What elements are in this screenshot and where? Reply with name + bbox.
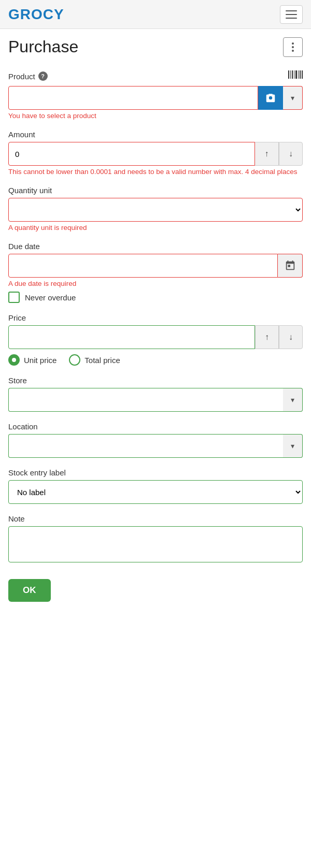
price-type-radio-group: Unit price Total price bbox=[8, 354, 303, 366]
quantity-unit-error-text: A quantity unit is required bbox=[8, 224, 303, 232]
svg-rect-1 bbox=[290, 70, 291, 79]
price-input-row: ↑ ↓ bbox=[8, 325, 303, 349]
product-input[interactable] bbox=[8, 86, 258, 110]
hamburger-line-3 bbox=[286, 18, 297, 19]
location-label: Location bbox=[8, 422, 303, 431]
store-input-row: ▾ bbox=[8, 388, 303, 412]
product-field-group: Product ? bbox=[8, 69, 303, 120]
price-decrease-button[interactable]: ↓ bbox=[279, 325, 303, 349]
camera-button[interactable] bbox=[258, 86, 283, 110]
calendar-button[interactable] bbox=[278, 254, 303, 278]
due-date-label-text: Due date bbox=[8, 242, 40, 251]
amount-increase-button[interactable]: ↑ bbox=[255, 142, 279, 166]
unit-price-radio[interactable]: Unit price bbox=[8, 354, 56, 366]
note-label: Note bbox=[8, 514, 303, 523]
barcode-icon[interactable] bbox=[288, 69, 303, 83]
chevron-down-icon: ▾ bbox=[291, 94, 294, 102]
store-label-text: Store bbox=[8, 376, 27, 385]
kebab-menu-button[interactable] bbox=[283, 37, 303, 57]
due-date-error-text: A due date is required bbox=[8, 280, 303, 287]
amount-field-group: Amount ↑ ↓ This cannot be lower than 0.0… bbox=[8, 130, 303, 176]
amount-decrease-button[interactable]: ↓ bbox=[279, 142, 303, 166]
stock-entry-label-label: Stock entry label bbox=[8, 468, 303, 477]
svg-rect-7 bbox=[302, 70, 303, 79]
amount-input[interactable] bbox=[8, 142, 255, 166]
arrow-up-icon: ↑ bbox=[265, 332, 269, 342]
page-title: Purchase bbox=[8, 37, 78, 56]
location-field-group: Location ▾ bbox=[8, 422, 303, 458]
svg-rect-4 bbox=[295, 70, 297, 79]
due-date-input-row bbox=[8, 254, 303, 278]
due-date-input[interactable] bbox=[8, 254, 278, 278]
arrow-down-icon: ↓ bbox=[289, 149, 293, 158]
amount-input-row: ↑ ↓ bbox=[8, 142, 303, 166]
never-overdue-checkbox[interactable] bbox=[8, 292, 20, 303]
total-price-radio[interactable]: Total price bbox=[69, 354, 120, 366]
note-label-text: Note bbox=[8, 514, 25, 523]
kebab-dot-2 bbox=[292, 46, 294, 48]
amount-label: Amount bbox=[8, 130, 303, 139]
price-field-group: Price ↑ ↓ Unit price Total price bbox=[8, 313, 303, 366]
unit-price-label: Unit price bbox=[24, 356, 56, 365]
never-overdue-row: Never overdue bbox=[8, 292, 303, 303]
quantity-unit-label-text: Quantity unit bbox=[8, 186, 52, 195]
stock-entry-label-text: Stock entry label bbox=[8, 468, 66, 477]
svg-rect-5 bbox=[298, 70, 299, 79]
svg-rect-3 bbox=[294, 70, 294, 79]
arrow-down-icon: ↓ bbox=[289, 332, 293, 342]
hamburger-line-2 bbox=[286, 14, 297, 15]
store-input[interactable] bbox=[8, 388, 283, 412]
svg-rect-6 bbox=[300, 70, 301, 79]
product-error-text: You have to select a product bbox=[8, 112, 303, 120]
location-dropdown-button[interactable]: ▾ bbox=[283, 434, 303, 458]
arrow-up-icon: ↑ bbox=[265, 149, 269, 158]
ok-button[interactable]: OK bbox=[8, 579, 51, 602]
due-date-label: Due date bbox=[8, 242, 303, 251]
store-dropdown-button[interactable]: ▾ bbox=[283, 388, 303, 412]
store-field-group: Store ▾ bbox=[8, 376, 303, 412]
svg-rect-0 bbox=[288, 70, 289, 79]
never-overdue-label: Never overdue bbox=[25, 293, 76, 302]
product-help-icon[interactable]: ? bbox=[38, 71, 48, 81]
total-price-label: Total price bbox=[84, 356, 120, 365]
kebab-dot-3 bbox=[292, 50, 294, 52]
note-field-group: Note bbox=[8, 514, 303, 565]
price-input[interactable] bbox=[8, 325, 255, 349]
stock-entry-label-select[interactable]: No label bbox=[8, 480, 303, 504]
product-input-row: ▾ bbox=[8, 86, 303, 110]
quantity-unit-select[interactable] bbox=[8, 198, 303, 222]
unit-price-radio-circle bbox=[8, 354, 20, 366]
location-input[interactable] bbox=[8, 434, 283, 458]
price-label-text: Price bbox=[8, 313, 26, 322]
store-label: Store bbox=[8, 376, 303, 385]
quantity-unit-label: Quantity unit bbox=[8, 186, 303, 195]
hamburger-line-1 bbox=[286, 10, 297, 11]
kebab-dot-1 bbox=[292, 42, 294, 45]
chevron-down-icon: ▾ bbox=[291, 442, 294, 450]
location-label-text: Location bbox=[8, 422, 38, 431]
app-logo: GROCY bbox=[8, 6, 64, 23]
product-dropdown-button[interactable]: ▾ bbox=[283, 86, 303, 110]
quantity-unit-select-row bbox=[8, 198, 303, 222]
note-textarea[interactable] bbox=[8, 526, 303, 562]
title-row: Purchase bbox=[8, 37, 303, 57]
chevron-down-icon: ▾ bbox=[291, 396, 294, 404]
amount-error-text: This cannot be lower than 0.0001 and nee… bbox=[8, 168, 303, 176]
due-date-field-group: Due date A due date is required Never ov… bbox=[8, 242, 303, 303]
page-content: Purchase Product ? bbox=[0, 29, 311, 868]
total-price-radio-circle bbox=[69, 354, 80, 366]
svg-rect-2 bbox=[292, 70, 293, 79]
stock-entry-label-field-group: Stock entry label No label bbox=[8, 468, 303, 504]
camera-icon bbox=[265, 92, 276, 104]
price-label: Price bbox=[8, 313, 303, 322]
price-increase-button[interactable]: ↑ bbox=[255, 325, 279, 349]
amount-label-text: Amount bbox=[8, 130, 35, 139]
calendar-icon bbox=[285, 260, 296, 271]
location-input-row: ▾ bbox=[8, 434, 303, 458]
navbar: GROCY bbox=[0, 0, 311, 29]
product-label-row: Product ? bbox=[8, 69, 303, 83]
product-label: Product bbox=[8, 72, 35, 81]
hamburger-button[interactable] bbox=[280, 5, 303, 24]
quantity-unit-field-group: Quantity unit A quantity unit is require… bbox=[8, 186, 303, 232]
